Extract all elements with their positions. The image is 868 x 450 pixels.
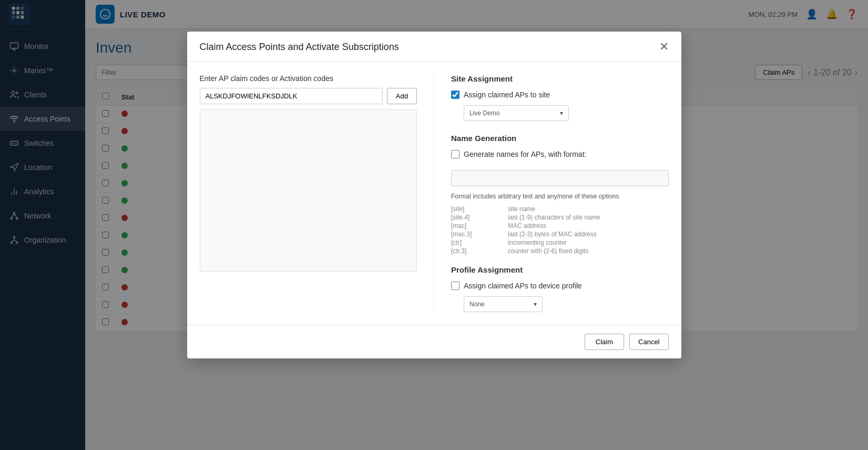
format-desc: MAC address bbox=[508, 222, 669, 229]
modal-close-button[interactable]: ✕ bbox=[659, 41, 669, 53]
site-dropdown-arrow: ▾ bbox=[560, 109, 563, 117]
claim-button[interactable]: Claim bbox=[585, 334, 624, 350]
name-generation-title: Name Generation bbox=[451, 134, 669, 143]
site-assignment-section: Site Assignment Assign claimed APs to si… bbox=[451, 74, 669, 121]
modal-body: Enter AP claim codes or Activation codes… bbox=[187, 62, 681, 325]
assign-profile-label: Assign claimed APs to device profile bbox=[464, 282, 582, 290]
modal-right-panel: Site Assignment Assign claimed APs to si… bbox=[434, 74, 669, 312]
profile-assignment-title: Profile Assignment bbox=[451, 265, 669, 274]
modal-overlay[interactable]: Claim Access Points and Activate Subscri… bbox=[0, 0, 868, 450]
claim-codes-area bbox=[200, 109, 417, 272]
assign-profile-row: Assign claimed APs to device profile bbox=[451, 282, 669, 290]
format-key: [mac.3] bbox=[451, 231, 504, 238]
modal-header: Claim Access Points and Activate Subscri… bbox=[187, 32, 681, 62]
claim-codes-label: Enter AP claim codes or Activation codes bbox=[200, 74, 417, 83]
format-desc: counter with (2-6) fixed digits bbox=[508, 247, 669, 255]
generate-names-checkbox[interactable] bbox=[451, 150, 459, 158]
format-options: [site]site name[site.4]last (1-9) charac… bbox=[451, 205, 669, 255]
name-generation-section: Name Generation Generate names for APs, … bbox=[451, 134, 669, 255]
format-desc: incrementing counter bbox=[508, 239, 669, 246]
assign-site-label: Assign claimed APs to site bbox=[464, 91, 550, 99]
claim-codes-input[interactable] bbox=[200, 88, 383, 104]
add-button[interactable]: Add bbox=[387, 88, 417, 104]
modal-left-panel: Enter AP claim codes or Activation codes… bbox=[200, 74, 435, 312]
cancel-button[interactable]: Cancel bbox=[629, 334, 668, 350]
modal-footer: Claim Cancel bbox=[187, 325, 681, 358]
format-help-text: Format includes arbitrary text and any/n… bbox=[451, 192, 669, 201]
profile-assignment-section: Profile Assignment Assign claimed APs to… bbox=[451, 265, 669, 312]
format-key: [site.4] bbox=[451, 214, 504, 221]
assign-site-checkbox[interactable] bbox=[451, 91, 459, 99]
generate-names-row: Generate names for APs, with format: bbox=[451, 150, 669, 158]
profile-selected-label: None bbox=[469, 301, 485, 308]
format-key: [ctr.3] bbox=[451, 247, 504, 255]
profile-dropdown-arrow: ▾ bbox=[534, 301, 537, 308]
format-desc: last (1-9) characters of site name bbox=[508, 214, 669, 221]
site-assignment-title: Site Assignment bbox=[451, 74, 669, 83]
site-selected-label: Live Demo bbox=[469, 109, 499, 117]
format-desc: site name bbox=[508, 205, 669, 213]
site-dropdown[interactable]: Live Demo ▾ bbox=[464, 105, 569, 121]
claim-input-row: Add bbox=[200, 88, 417, 104]
format-key: [mac] bbox=[451, 222, 504, 229]
assign-profile-checkbox[interactable] bbox=[451, 282, 459, 290]
generate-names-label: Generate names for APs, with format: bbox=[464, 150, 586, 158]
name-format-input[interactable] bbox=[451, 170, 669, 186]
profile-dropdown[interactable]: None ▾ bbox=[464, 296, 543, 312]
format-desc: last (2-3) bytes of MAC address bbox=[508, 231, 669, 238]
modal-title: Claim Access Points and Activate Subscri… bbox=[200, 42, 399, 53]
modal: Claim Access Points and Activate Subscri… bbox=[187, 32, 681, 358]
assign-site-row: Assign claimed APs to site bbox=[451, 91, 669, 99]
format-key: [ctr] bbox=[451, 239, 504, 246]
format-key: [site] bbox=[451, 205, 504, 213]
